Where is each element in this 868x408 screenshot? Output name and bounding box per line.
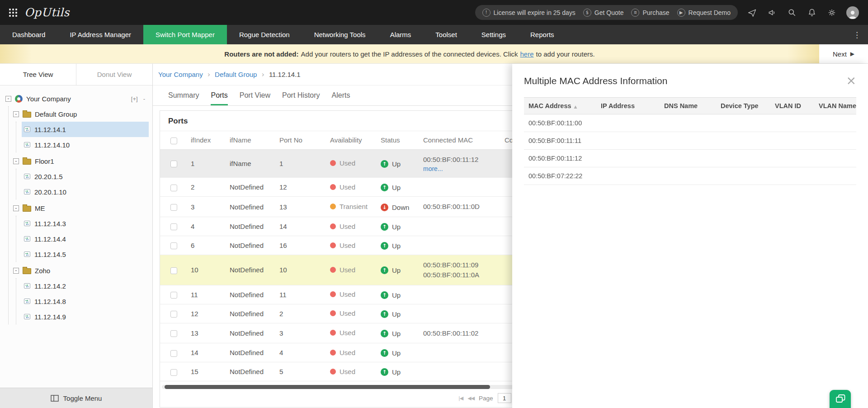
- breadcrumb-separator: ›: [261, 70, 264, 79]
- nav-item-toolset[interactable]: Toolset: [423, 25, 469, 44]
- nav-item-switch-port-mapper[interactable]: Switch Port Mapper: [143, 25, 227, 44]
- purchase-badge[interactable]: ¤Purchase: [631, 9, 669, 17]
- row-checkbox[interactable]: [170, 350, 177, 357]
- tree-device-11-12-14-1[interactable]: 11.12.14.1: [22, 122, 149, 137]
- cell-connected-mac: [420, 343, 501, 362]
- tree-device-11-12-14-2[interactable]: 11.12.14.2: [22, 278, 149, 294]
- announcement-icon[interactable]: [767, 7, 778, 18]
- user-avatar[interactable]: [846, 6, 859, 19]
- tab-alerts[interactable]: Alerts: [332, 85, 350, 105]
- folder-icon: [23, 268, 31, 274]
- availability-dot: [330, 350, 336, 356]
- cell-status: ↑Up: [377, 236, 420, 255]
- next-button[interactable]: Next ▶: [819, 44, 868, 63]
- switch-icon: [24, 126, 31, 133]
- panel-col-mac-address[interactable]: MAC Address▲: [524, 98, 596, 114]
- tree-device-11-12-14-9[interactable]: 11.12.14.9: [22, 309, 149, 324]
- row-checkbox[interactable]: [170, 369, 177, 376]
- row-checkbox[interactable]: [170, 185, 177, 191]
- panel-col-dns-name[interactable]: DNS Name: [660, 98, 716, 114]
- row-checkbox[interactable]: [170, 223, 177, 230]
- tree-root-label: Your Company: [26, 95, 71, 103]
- tree-device-11-12-14-4[interactable]: 11.12.14.4: [22, 231, 149, 247]
- panel-col-device-type[interactable]: Device Type: [716, 98, 770, 114]
- tab-port-view[interactable]: Port View: [240, 85, 270, 105]
- tree-group-floor1[interactable]: -Floor1: [13, 153, 149, 169]
- cell-portno: 10: [276, 255, 326, 285]
- search-icon[interactable]: [787, 7, 797, 18]
- tree-device-20-20-1-10[interactable]: 20.20.1.10: [22, 184, 149, 199]
- tree-device-11-12-14-10[interactable]: 11.12.14.10: [22, 137, 149, 152]
- select-all-checkbox[interactable]: [170, 138, 177, 144]
- tree-device-20-20-1-5[interactable]: 20.20.1.5: [22, 169, 149, 184]
- chat-widget-button[interactable]: [830, 390, 851, 408]
- cell-availability: Used: [326, 217, 377, 236]
- top-bar: OpUtils !License will expire in 25 days$…: [0, 0, 868, 25]
- nav-item-rogue-detection[interactable]: Rogue Detection: [227, 25, 302, 44]
- nav-item-settings[interactable]: Settings: [469, 25, 518, 44]
- row-checkbox[interactable]: [170, 330, 177, 337]
- banner-row: Routers are not added: Add your routers …: [0, 44, 868, 64]
- panel-col-ip-address[interactable]: IP Address: [596, 98, 660, 114]
- tree-root-row[interactable]: - Your Company [+] -: [5, 91, 149, 106]
- nav-item-ip-address-manager[interactable]: IP Address Manager: [57, 25, 143, 44]
- tree-group-zoho[interactable]: -Zoho: [13, 263, 149, 278]
- tree-group-me[interactable]: -ME: [13, 200, 149, 216]
- get-quote-badge-label: Get Quote: [594, 9, 624, 16]
- expand-all-button[interactable]: [+]: [131, 95, 138, 102]
- first-page-button[interactable]: |◀: [458, 395, 463, 401]
- breadcrumb-separator: ›: [208, 70, 210, 79]
- row-checkbox[interactable]: [170, 292, 177, 299]
- nav-item-networking-tools[interactable]: Networking Tools: [302, 25, 378, 44]
- device-tree: - Your Company [+] - -Default Group11.12…: [0, 85, 152, 388]
- collapse-icon[interactable]: -: [5, 96, 11, 102]
- nav-overflow-icon[interactable]: ⋮: [846, 25, 868, 44]
- row-checkbox[interactable]: [170, 267, 177, 274]
- row-checkbox[interactable]: [170, 161, 177, 167]
- banner-here-link[interactable]: here: [520, 50, 534, 58]
- mac-row: 00:50:BF:00:11:12: [524, 150, 856, 167]
- more-link[interactable]: more...: [423, 165, 497, 172]
- tab-port-history[interactable]: Port History: [282, 85, 320, 105]
- scrollbar-thumb[interactable]: [165, 385, 490, 389]
- nav-item-reports[interactable]: Reports: [518, 25, 566, 44]
- tab-donut-view[interactable]: Donut View: [76, 64, 152, 85]
- paper-plane-icon[interactable]: [747, 7, 758, 18]
- get-quote-badge[interactable]: $Get Quote: [583, 9, 624, 17]
- apps-grid-icon[interactable]: [9, 9, 17, 17]
- settings-gear-icon[interactable]: [826, 7, 837, 18]
- tab-summary[interactable]: Summary: [168, 85, 199, 105]
- nav-item-dashboard[interactable]: Dashboard: [0, 25, 57, 44]
- breadcrumb-link[interactable]: Default Group: [215, 71, 257, 78]
- cell-ifindex: 3: [187, 197, 226, 217]
- banner-text: Add your routers to get the IP addresses…: [301, 50, 518, 58]
- collapse-icon[interactable]: -: [13, 268, 19, 274]
- panel-col-vlan-name[interactable]: VLAN Name: [814, 98, 856, 114]
- panel-col-vlan-id[interactable]: VLAN ID: [770, 98, 814, 114]
- tab-ports[interactable]: Ports: [211, 85, 227, 105]
- toggle-menu-button[interactable]: Toggle Menu: [0, 388, 152, 408]
- collapse-icon[interactable]: -: [13, 111, 19, 117]
- tree-device-11-12-14-5[interactable]: 11.12.14.5: [22, 247, 149, 262]
- row-checkbox[interactable]: [170, 311, 177, 318]
- breadcrumb-link[interactable]: Your Company: [158, 71, 203, 78]
- nav-item-alarms[interactable]: Alarms: [378, 25, 424, 44]
- prev-page-button[interactable]: ◀◀: [467, 395, 474, 401]
- mac-info-panel: Multiple MAC Address Information × MAC A…: [512, 64, 868, 408]
- cell-ifindex: 2: [187, 178, 226, 197]
- tree-device-11-12-14-8[interactable]: 11.12.14.8: [22, 294, 149, 309]
- collapse-icon[interactable]: -: [13, 158, 19, 164]
- collapse-icon[interactable]: -: [13, 205, 19, 211]
- tree-group-default-group[interactable]: -Default Group: [13, 106, 149, 122]
- tab-tree-view[interactable]: Tree View: [0, 64, 76, 85]
- row-checkbox[interactable]: [170, 242, 177, 249]
- page-input[interactable]: [498, 393, 511, 403]
- tree-device-11-12-14-3[interactable]: 11.12.14.3: [22, 216, 149, 231]
- availability-dot: [330, 291, 336, 297]
- mac-row: 00:50:BF:00:11:00: [524, 114, 856, 132]
- notifications-icon[interactable]: [807, 7, 817, 18]
- collapse-all-button[interactable]: -: [143, 95, 145, 102]
- close-icon[interactable]: ×: [846, 76, 856, 85]
- row-checkbox[interactable]: [170, 204, 177, 211]
- request-demo-badge[interactable]: ▶Request Demo: [677, 9, 731, 17]
